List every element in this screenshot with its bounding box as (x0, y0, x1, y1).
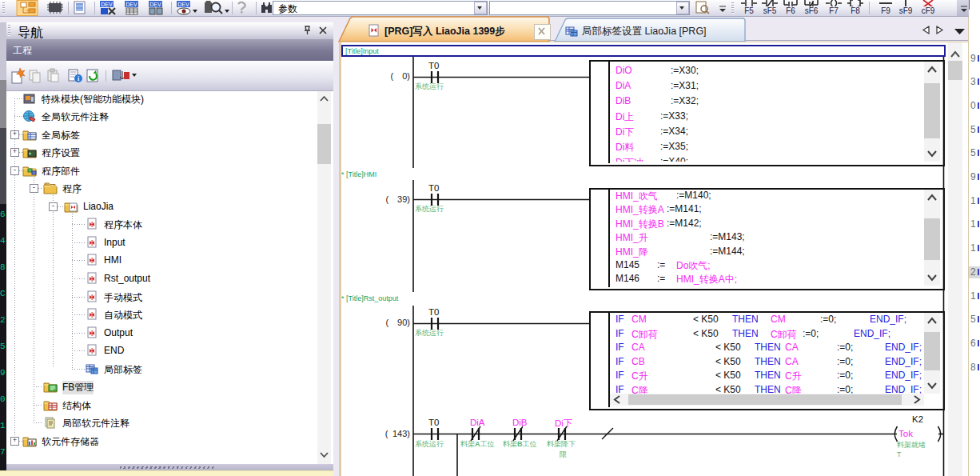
svg-text:DEV: DEV (149, 2, 161, 7)
svg-text:DEV: DEV (125, 2, 137, 7)
svg-text:DEV: DEV (101, 2, 113, 7)
svg-text:DEV: DEV (177, 2, 189, 7)
